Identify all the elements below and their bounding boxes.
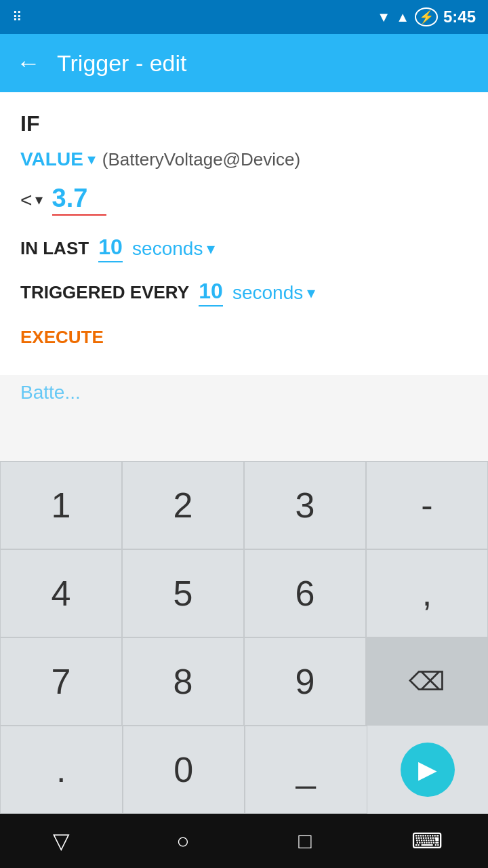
time-display: 5:45 — [443, 7, 476, 26]
wifi-icon: ▼ — [377, 9, 390, 25]
inlast-row: IN LAST 10 seconds ▾ — [20, 235, 468, 262]
key-7[interactable]: 7 — [0, 637, 122, 726]
keyboard: 1 2 3 - 4 5 6 , 7 8 9 ⌫ . 0 _ ▶ — [0, 461, 488, 814]
inlast-unit-dropdown[interactable]: seconds ▾ — [132, 238, 215, 260]
if-label: IF — [20, 111, 468, 136]
key-0[interactable]: 0 — [123, 726, 245, 814]
nav-keyboard-button[interactable]: ⌨ — [400, 821, 454, 861]
operator-chevron-icon: ▾ — [35, 191, 43, 209]
operator-dropdown[interactable]: < ▾ — [20, 189, 43, 212]
triggered-label: TRIGGERED EVERY — [20, 282, 189, 303]
bolt-icon: ⚡ — [415, 7, 438, 26]
key-8[interactable]: 8 — [122, 637, 244, 726]
inlast-number[interactable]: 10 — [98, 235, 123, 262]
back-button[interactable]: ← — [16, 49, 41, 77]
key-2[interactable]: 2 — [122, 461, 244, 549]
triggered-unit-dropdown[interactable]: seconds ▾ — [232, 282, 315, 304]
key-next-container: ▶ — [367, 726, 489, 814]
keyboard-row-3: 7 8 9 ⌫ — [0, 637, 488, 726]
value-input[interactable]: 3.7 — [52, 184, 106, 216]
keyboard-row-2: 4 5 6 , — [0, 549, 488, 637]
chevron-down-icon: ▾ — [87, 150, 96, 169]
key-underscore[interactable]: _ — [245, 726, 367, 814]
triggered-row: TRIGGERED EVERY 10 seconds ▾ — [20, 279, 468, 307]
key-dash[interactable]: - — [366, 461, 488, 549]
triggered-number[interactable]: 10 — [199, 279, 223, 307]
key-next-button[interactable]: ▶ — [401, 743, 455, 797]
wifi-dots-icon: ⠿ — [12, 9, 22, 25]
status-bar-right: ▼ ▲ ⚡ 5:45 — [377, 7, 476, 26]
key-4[interactable]: 4 — [0, 549, 122, 637]
key-3[interactable]: 3 — [244, 461, 366, 549]
content-area: IF VALUE ▾ (BatteryVoltage@Device) < ▾ 3… — [0, 92, 488, 375]
bottom-nav: ▽ ○ □ ⌨ — [0, 814, 488, 868]
triggered-chevron-icon: ▾ — [307, 283, 315, 302]
nav-recents-button[interactable]: □ — [278, 821, 332, 861]
sensor-text: (BatteryVoltage@Device) — [102, 149, 300, 170]
triggered-unit-label: seconds — [232, 282, 303, 304]
inlast-chevron-icon: ▾ — [207, 239, 215, 258]
partial-visible-text: Batte... — [0, 375, 488, 403]
key-6[interactable]: 6 — [244, 549, 366, 637]
status-bar-left: ⠿ — [12, 9, 22, 25]
nav-back-button[interactable]: ▽ — [34, 821, 88, 861]
inlast-label: IN LAST — [20, 238, 89, 259]
status-bar: ⠿ ▼ ▲ ⚡ 5:45 — [0, 0, 488, 34]
operator-symbol: < — [20, 189, 33, 212]
key-9[interactable]: 9 — [244, 637, 366, 726]
key-dot[interactable]: . — [0, 726, 123, 814]
key-comma[interactable]: , — [366, 549, 488, 637]
inlast-unit-label: seconds — [132, 238, 203, 260]
key-backspace[interactable]: ⌫ — [366, 637, 488, 726]
key-5[interactable]: 5 — [122, 549, 244, 637]
value-dropdown-label: VALUE — [20, 149, 83, 170]
value-row: VALUE ▾ (BatteryVoltage@Device) — [20, 149, 468, 170]
app-bar: ← Trigger - edit — [0, 34, 488, 92]
nav-home-button[interactable]: ○ — [156, 821, 210, 861]
app-bar-title: Trigger - edit — [57, 50, 186, 77]
keyboard-row-1: 1 2 3 - — [0, 461, 488, 549]
keyboard-row-4: . 0 _ ▶ — [0, 726, 488, 814]
execute-button[interactable]: EXECUTE — [20, 327, 468, 348]
signal-icon: ▲ — [396, 9, 409, 25]
key-1[interactable]: 1 — [0, 461, 122, 549]
operator-row: < ▾ 3.7 — [20, 184, 468, 216]
value-dropdown[interactable]: VALUE ▾ — [20, 149, 96, 170]
